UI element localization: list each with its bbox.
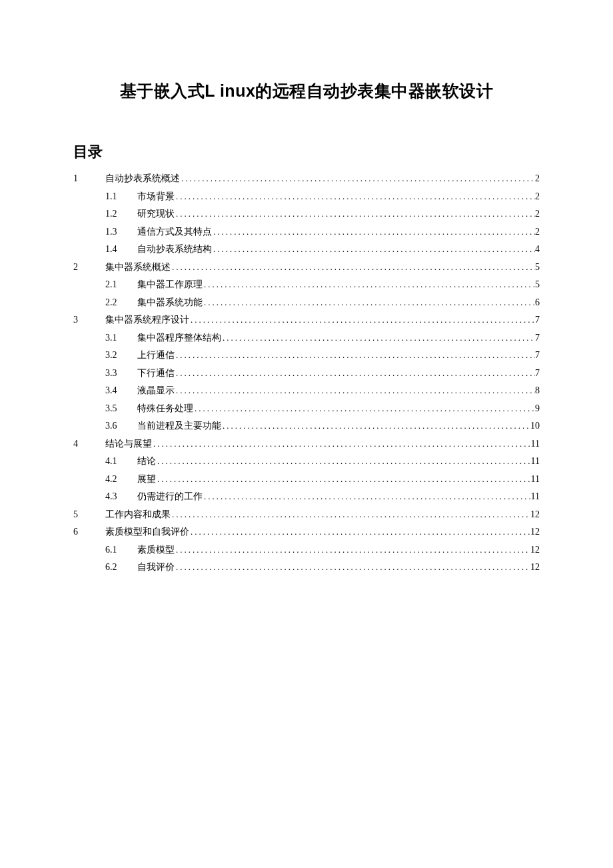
toc-leader-dots [212, 245, 535, 253]
toc-number: 6.1 [105, 545, 137, 555]
toc-entry: 2集中器系统概述5 [73, 263, 540, 272]
toc-text: 通信方式及其特点 [137, 227, 212, 237]
toc-number: 1.4 [105, 245, 137, 254]
toc-text: 下行通信 [137, 369, 175, 378]
toc-text: 集中器系统概述 [105, 263, 171, 272]
toc-leader-dots [189, 315, 535, 324]
toc-text: 素质模型和自我评价 [105, 527, 189, 537]
toc-number: 3.6 [105, 421, 137, 431]
toc-number: 2.1 [105, 280, 137, 289]
toc-text: 结论与展望 [105, 439, 152, 449]
toc-text: 集中器工作原理 [137, 280, 203, 289]
toc-page-number: 7 [535, 369, 540, 378]
toc-heading: 目录 [73, 142, 540, 162]
toc-number: 4.3 [105, 492, 137, 501]
toc-text: 上行通信 [137, 351, 175, 360]
toc-leader-dots [175, 563, 530, 571]
toc-number: 6.2 [105, 563, 137, 572]
document-title: 基于嵌入式L inux的远程自动抄表集中器嵌软设计 [73, 80, 540, 102]
toc-text: 特殊任务处理 [137, 404, 193, 413]
toc-number: 3.5 [105, 404, 137, 413]
toc-leader-dots [175, 545, 530, 554]
toc-number: 1 [73, 174, 105, 183]
toc-page-number: 8 [535, 386, 540, 395]
toc-leader-dots [175, 369, 535, 377]
toc-leader-dots [193, 404, 535, 413]
toc-page-number: 12 [530, 545, 540, 555]
toc-number: 2 [73, 263, 105, 272]
toc-leader-dots [152, 439, 531, 448]
toc-number: 3.4 [105, 386, 137, 395]
toc-number: 4.1 [105, 457, 137, 466]
toc-number: 3.3 [105, 369, 137, 378]
toc-entry: 4.2展望11 [73, 475, 540, 484]
toc-page-number: 12 [530, 510, 540, 519]
toc-page-number: 5 [535, 280, 540, 289]
toc-text: 市场背景 [137, 192, 175, 201]
toc-entry: 3.3下行通信7 [73, 369, 540, 378]
toc-text: 集中器程序整体结构 [137, 333, 221, 343]
toc-page-number: 9 [535, 404, 540, 413]
toc-text: 展望 [137, 475, 156, 484]
toc-leader-dots [189, 527, 530, 536]
toc-text: 结论 [137, 457, 156, 466]
toc-leader-dots [175, 192, 535, 201]
toc-text: 仍需进行的工作 [137, 492, 203, 501]
toc-page-number: 7 [535, 351, 540, 360]
toc-leader-dots [221, 421, 530, 430]
toc-leader-dots [175, 386, 535, 395]
toc-number: 2.2 [105, 298, 137, 307]
toc-page-number: 2 [535, 174, 540, 183]
toc-page-number: 4 [535, 245, 540, 254]
toc-entry: 1.4自动抄表系统结构4 [73, 245, 540, 254]
toc-number: 3.1 [105, 333, 137, 343]
toc-entry: 6.1素质模型12 [73, 545, 540, 555]
toc-text: 工作内容和成果 [105, 510, 171, 519]
toc-leader-dots [203, 298, 535, 307]
toc-leader-dots [203, 280, 535, 289]
toc-page-number: 12 [530, 563, 540, 572]
toc-leader-dots [171, 263, 535, 271]
toc-page-number: 11 [531, 475, 540, 484]
toc-text: 素质模型 [137, 545, 175, 555]
toc-page-number: 10 [530, 421, 540, 431]
toc-entry: 2.2集中器系统功能6 [73, 298, 540, 307]
toc-page-number: 11 [531, 457, 540, 466]
toc-text: 液晶显示 [137, 386, 175, 395]
toc-text: 自我评价 [137, 563, 175, 572]
toc-entry: 6.2自我评价12 [73, 563, 540, 572]
toc-page-number: 2 [535, 209, 540, 219]
toc-page-number: 12 [530, 527, 540, 537]
toc-number: 5 [73, 510, 105, 519]
toc-entry: 1.1市场背景2 [73, 192, 540, 201]
toc-number: 3.2 [105, 351, 137, 360]
toc-text: 研究现状 [137, 209, 175, 219]
toc-entry: 4.3仍需进行的工作11 [73, 492, 540, 501]
toc-entry: 3.6当前进程及主要功能10 [73, 421, 540, 431]
toc-leader-dots [221, 333, 535, 342]
toc-entry: 3.5特殊任务处理9 [73, 404, 540, 413]
toc-number: 1.3 [105, 227, 137, 237]
toc-leader-dots [156, 475, 531, 483]
toc-entry: 5工作内容和成果12 [73, 510, 540, 519]
toc-entry: 1.2研究现状2 [73, 209, 540, 219]
toc-entry: 3.2上行通信7 [73, 351, 540, 360]
toc-number: 3 [73, 315, 105, 325]
toc-text: 当前进程及主要功能 [137, 421, 221, 431]
toc-page-number: 11 [531, 439, 540, 449]
toc-leader-dots [175, 351, 535, 359]
toc-text: 自动抄表系统概述 [105, 174, 180, 183]
toc-page-number: 2 [535, 192, 540, 201]
toc-page-number: 11 [531, 492, 540, 501]
toc-text: 集中器系统程序设计 [105, 315, 189, 325]
toc-leader-dots [175, 209, 535, 218]
toc-number: 1.1 [105, 192, 137, 201]
toc-entry: 3.4液晶显示8 [73, 386, 540, 395]
toc-leader-dots [212, 227, 535, 236]
toc-number: 1.2 [105, 209, 137, 219]
toc-number: 6 [73, 527, 105, 537]
toc-page-number: 6 [535, 298, 540, 307]
toc-page-number: 5 [535, 263, 540, 272]
toc-leader-dots [203, 492, 531, 501]
toc-entry: 2.1集中器工作原理5 [73, 280, 540, 289]
